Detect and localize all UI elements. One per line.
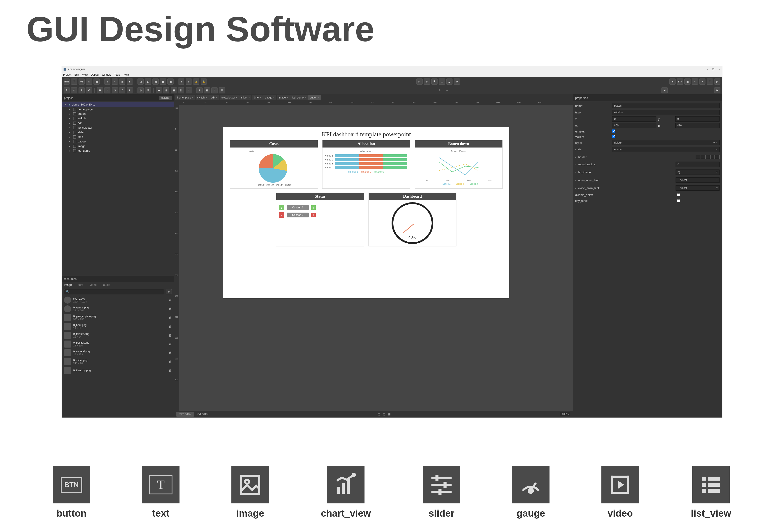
tree-item[interactable]: ▸switch [62,116,174,121]
close-icon[interactable]: × [259,96,261,99]
zoom-value[interactable]: 100% [560,412,570,416]
editor-tab[interactable]: led_demo× [290,95,308,100]
prop-border-row[interactable]: › border: [572,154,722,160]
tb-lock-icon[interactable]: 🔒 [193,79,199,85]
trash-icon[interactable]: 🗑 [169,307,172,311]
resource-search-input[interactable] [64,289,164,294]
design-surface[interactable]: KPI dashboard template powerpoint Costs … [223,127,509,298]
menu-project[interactable]: Project [63,73,71,76]
tb-bars-icon[interactable]: ≡ [112,79,118,85]
tree-item[interactable]: ▸textselector [62,125,174,130]
tb2-text-icon[interactable]: T [63,87,70,93]
tb-unlock-icon[interactable]: 🔓 [201,79,207,85]
widget-gauge[interactable]: gauge [512,466,550,519]
widget-video[interactable]: video [601,466,639,519]
editor-tab[interactable]: button× [308,95,321,100]
resource-item[interactable]: 0_time_bg.png🗑 [62,366,174,375]
tb-align-mid-icon[interactable]: ▬ [439,79,445,85]
close-icon[interactable]: × [318,96,319,99]
prop-enable-checkbox[interactable] [612,129,615,132]
tb2-layout1-icon[interactable]: ▬ [156,87,162,93]
prop-bg-row[interactable]: › bg_image: bg▾ [572,168,722,176]
trash-icon[interactable]: 🗑 [169,369,172,372]
trash-icon[interactable]: 🗑 [169,351,172,355]
resource-item[interactable]: 0_gauge_plate.png353 × 236🗑 [62,313,174,322]
close-icon[interactable]: × [205,96,207,99]
canvas[interactable]: KPI dashboard template powerpoint Costs … [179,105,572,411]
tb2-pencil-icon[interactable]: ✎ [79,87,85,93]
resource-item[interactable]: 0_minute.png10 × 84🗑 [62,331,174,339]
tree-root[interactable]: ▼ ◈ demo_800x480_1 [62,102,174,107]
tb-box-icon[interactable]: □ [86,79,92,85]
tb2-nav-left-icon[interactable]: ◀ [662,87,668,93]
tb-edit-icon[interactable]: ✎ [699,79,705,85]
prop-close-anim-row[interactable]: › close_anim_hint: -- select --▾ [572,184,722,192]
tree-item[interactable]: ▸button [62,112,174,116]
editor-tab[interactable]: gauge× [263,95,276,100]
resource-item[interactable]: 0_second.png10 × 153🗑 [62,349,174,357]
tb-btn2-icon[interactable]: BTN [677,79,683,85]
tb2-layout4-icon[interactable]: ||| [178,87,184,93]
tb-align-left-icon[interactable]: ⊩ [416,79,423,85]
close-icon[interactable]: × [304,96,306,99]
tree-item[interactable]: ▸image [62,144,174,148]
prop-open-anim-row[interactable]: › open_anim_hint: -- select --▾ [572,176,722,184]
menu-edit[interactable]: Edit [74,73,79,76]
widget-slider[interactable]: slider [423,466,460,519]
prop-type-input[interactable] [612,110,720,115]
tree-item[interactable]: ▸gauge [62,139,174,144]
res-tab-audio[interactable]: audio [103,283,110,287]
menu-view[interactable]: View [82,73,88,76]
trash-icon[interactable]: 🗑 [169,298,172,302]
tb-upload-icon[interactable]: ⬆ [186,79,192,85]
tree-item[interactable]: ▸edit [62,121,174,125]
close-button[interactable]: × [719,67,721,71]
close-icon[interactable]: × [248,96,250,99]
tb-image-icon[interactable]: ▢ [138,79,144,85]
tb-play-icon[interactable]: ▶ [127,79,133,85]
tb2-timer-icon[interactable]: ⏱ [145,87,151,93]
editor-tab[interactable]: time× [252,95,263,100]
tb2-eq-icon[interactable]: ≡ [104,87,110,93]
tb2-layout3-icon[interactable]: ▦ [171,87,177,93]
editor-tab[interactable]: slider× [239,95,251,100]
trash-icon[interactable]: 🗑 [169,316,172,319]
close-icon[interactable]: × [216,96,217,99]
tb2-layout2-icon[interactable]: ▤ [163,87,169,93]
tree-item[interactable]: ▸led_demo [62,148,174,153]
prop-key-checkbox[interactable] [677,199,680,202]
maximize-button[interactable]: □ [712,67,714,71]
trash-icon[interactable]: 🗑 [169,342,172,346]
tb2-table-icon[interactable]: ⊞ [196,87,203,93]
tb-text-icon[interactable]: T [71,79,77,85]
tb-grid3-icon[interactable]: ▦ [167,79,173,85]
menu-debug[interactable]: Debug [91,73,99,76]
prop-name-input[interactable] [612,103,720,108]
tab-text-editor[interactable]: text editor [197,413,208,416]
tb2-brush-icon[interactable]: ✐ [86,87,92,93]
tb-02-icon[interactable]: 02 [79,79,85,85]
close-icon[interactable]: × [287,96,288,99]
view-fit-icon[interactable]: ▢ [378,413,380,416]
view-outline-icon[interactable]: ▢ [383,413,385,416]
prop-w-input[interactable] [612,123,656,128]
trash-icon[interactable]: 🗑 [169,325,172,328]
prop-round-input[interactable] [676,161,720,167]
tb2-settings-icon[interactable]: ⚙ [97,87,103,93]
trash-icon[interactable]: 🗑 [169,360,172,363]
tb2-more-icon[interactable]: ••• [444,87,450,93]
prop-close-select[interactable]: -- select --▾ [676,185,720,190]
tab-form-editor[interactable]: form editor [176,412,194,417]
tree-item[interactable]: ▸home_page [62,107,174,112]
tb-text2-icon[interactable]: T [707,79,713,85]
editor-tab[interactable]: switch× [196,95,209,100]
minimize-button[interactable]: - [707,67,708,71]
tb2-clock-icon[interactable]: ◷ [138,87,144,93]
tb-grid2-icon[interactable]: ▤ [119,79,125,85]
prop-open-select[interactable]: -- select --▾ [676,177,720,183]
tb-img2-icon[interactable]: ▢ [145,79,151,85]
menu-tools[interactable]: Tools [114,73,120,76]
close-icon[interactable]: × [192,96,193,99]
tb2-rows-icon[interactable]: ▤ [204,87,210,93]
widget-image[interactable]: image [231,466,269,519]
